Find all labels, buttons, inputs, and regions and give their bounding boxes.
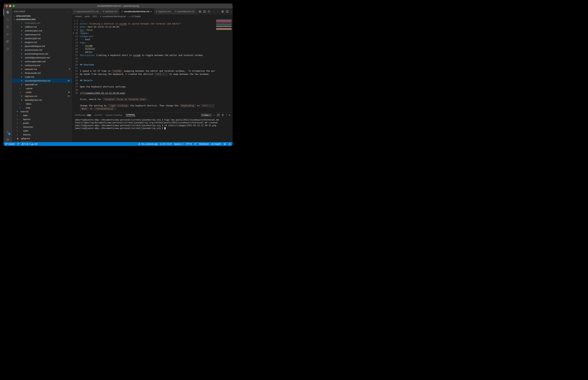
chevron-icon: › [17, 118, 19, 121]
folder-item[interactable]: ›public [12, 121, 72, 125]
accounts-icon[interactable]: 1 [5, 130, 10, 135]
new-terminal-icon[interactable]: ＋ [213, 114, 215, 116]
file-item[interactable]: ¥pingloss.md [12, 40, 72, 44]
folder-item[interactable]: ›ideas [12, 102, 72, 106]
status-spaces[interactable]: Spaces: 2 [174, 143, 183, 145]
file-item[interactable]: ¥notiontasks.md [12, 21, 72, 25]
section-open-editors[interactable]: › OPEN EDITORS [12, 15, 72, 18]
run-icon[interactable] [221, 10, 224, 13]
revert-icon[interactable] [208, 10, 210, 13]
text-editor[interactable]: 1 2 3 4 5 6 7 8 9 10 11 12 13 14 15 16 1… [72, 18, 233, 112]
breadcrumbs[interactable]: content› posts› 2021› ¥ vscodeswitchterm… [72, 15, 233, 18]
panel-tab-terminal[interactable]: TERMINAL [126, 114, 135, 116]
file-item[interactable]: ¥vscodeswitchterminal.md9+ [12, 79, 72, 83]
folder-item[interactable]: ›loap [12, 106, 72, 110]
file-item[interactable]: ¥opencanary.md [12, 33, 72, 36]
editor-tab[interactable]: ¥tailsleak.md [101, 8, 119, 15]
close-panel-icon[interactable]: ✕ [229, 114, 230, 116]
compare-changes-icon[interactable] [199, 10, 201, 13]
settings-gear-icon[interactable] [5, 137, 10, 142]
file-icon: ¥ [21, 68, 24, 71]
breadcrumb-item[interactable]: 2021 [92, 15, 97, 18]
file-item[interactable]: ¥sshescapecodes.md [12, 59, 72, 63]
status-sync[interactable] [17, 143, 19, 145]
file-item[interactable]: ¥o365ocr.md [12, 25, 72, 29]
minimap[interactable] [215, 18, 233, 112]
editor-tab[interactable]: ¥digitrace.md [154, 8, 173, 15]
status-blame[interactable]: You, seconds ago [138, 143, 158, 145]
extensions-icon[interactable] [5, 39, 10, 44]
debug-icon[interactable] [5, 32, 10, 37]
split-terminal-icon[interactable] [217, 114, 220, 116]
file-item[interactable]: ¥tailswifiprobe.md [12, 98, 72, 102]
status-feedback-icon[interactable] [223, 143, 226, 145]
panel-tab-debug[interactable]: DEBUG CONSOLE [106, 114, 122, 116]
file-item[interactable]: ¥pipansiblebigsur.md [12, 44, 72, 48]
file-item[interactable]: ¥onionlocation.md [12, 29, 72, 33]
file-item[interactable]: ¥pandoc2pdf.md [12, 36, 72, 40]
file-item[interactable]: ¥digitrace.md9+ [12, 94, 72, 98]
status-problems[interactable]: 0 4 162 [21, 143, 37, 145]
status-spell[interactable]: English [211, 143, 221, 145]
svg-rect-16 [199, 11, 200, 12]
file-item[interactable]: ¥safarihttpsredirection.md [12, 56, 72, 59]
more-actions-icon[interactable]: ··· [230, 10, 233, 13]
status-bar: master 0 4 162 You, seconds ago Ln 32, C… [3, 142, 233, 146]
breadcrumb-item[interactable]: content [75, 15, 82, 18]
file-item[interactable]: ¥vsafe.md [12, 75, 72, 79]
file-icon: ¥ [21, 29, 24, 32]
maximize-panel-icon[interactable]: ^ [226, 114, 227, 116]
status-branch[interactable]: master [5, 143, 15, 145]
status-eol[interactable]: LF [194, 143, 197, 145]
file-item[interactable]: ¥processname.md [12, 48, 72, 52]
search-icon[interactable] [5, 17, 10, 22]
breadcrumb-item[interactable]: posts [85, 15, 90, 18]
tree-label: processname.md [25, 49, 42, 51]
code-content[interactable]: --- title: "Creating a shortcut in vscod… [80, 18, 215, 112]
tree-label: notiontasks.md [25, 22, 40, 24]
folder-item[interactable]: ›layouts [12, 117, 72, 121]
git-graph-icon[interactable] [5, 47, 10, 51]
folder-item[interactable]: ›resources [12, 125, 72, 129]
file-item[interactable]: ¥watchdiff.md [12, 83, 72, 86]
file-item[interactable]: ¥thisisunsafe.md [12, 71, 72, 75]
tree-label: sshtorproxy.md [25, 64, 40, 67]
sidebar-more-icon[interactable]: ··· [67, 11, 70, 13]
status-language[interactable]: Markdown [199, 143, 209, 145]
file-item[interactable]: ¥tailsleak.md8 [12, 67, 72, 71]
breadcrumb-item[interactable]: ## Details [131, 15, 141, 18]
scm-icon[interactable] [5, 24, 10, 29]
editor-tab[interactable]: ¥laptoprebuild2021.md [72, 8, 101, 15]
folder-item[interactable]: ›data [12, 113, 72, 117]
tab-label: tailsleak.md [105, 10, 117, 13]
kill-terminal-icon[interactable] [221, 114, 224, 116]
line-gutter: 1 2 3 4 5 6 7 8 9 10 11 12 13 14 15 16 1… [72, 18, 80, 112]
file-item[interactable]: ¥proofreadingmacos.md [12, 52, 72, 56]
split-editor-icon[interactable] [226, 10, 229, 13]
section-workspace[interactable]: ⌄ JASONMURRAY.ORG [12, 18, 72, 21]
breadcrumb-item[interactable]: vscodeswitchterminal.md [102, 15, 126, 18]
file-item[interactable]: ◆.gitmodules [12, 140, 72, 142]
next-icon[interactable] [217, 10, 220, 13]
close-tab-icon[interactable]: × [150, 10, 152, 13]
status-cursor[interactable]: Ln 32, Col 8 [160, 143, 172, 145]
status-encoding[interactable]: UTF-8 [186, 143, 192, 145]
file-item[interactable]: ¥sshtorproxy.md [12, 63, 72, 67]
panel-tab-output[interactable]: OUTPUT [95, 114, 103, 116]
editor-tab[interactable]: ¥vscodeswitchterminal.md× [119, 8, 154, 15]
status-bell-icon[interactable] [228, 143, 231, 145]
folder-item[interactable]: ›themes [12, 133, 72, 136]
prev-icon[interactable] [212, 10, 215, 13]
folder-item[interactable]: ›static [12, 129, 72, 133]
folder-item[interactable]: ›cancer [12, 86, 72, 90]
file-icon: ¥ [21, 72, 24, 74]
folder-item[interactable]: ⌄drafts [12, 90, 72, 94]
panel-tab-problems[interactable]: PROBLEMS 166 [75, 114, 92, 116]
explorer-icon[interactable] [5, 10, 10, 15]
file-item[interactable]: ¥now.md [12, 110, 72, 113]
terminal-selector[interactable]: 2: bash ⌄ [201, 114, 211, 116]
file-item[interactable]: ◆.gitignore [12, 136, 72, 140]
open-preview-icon[interactable] [203, 10, 206, 13]
editor-tab[interactable]: ¥tailswifiprobe.md [173, 8, 197, 15]
terminal-output[interactable]: jemurray@jasons-mbp:~/Documents/www-pers… [72, 118, 233, 142]
